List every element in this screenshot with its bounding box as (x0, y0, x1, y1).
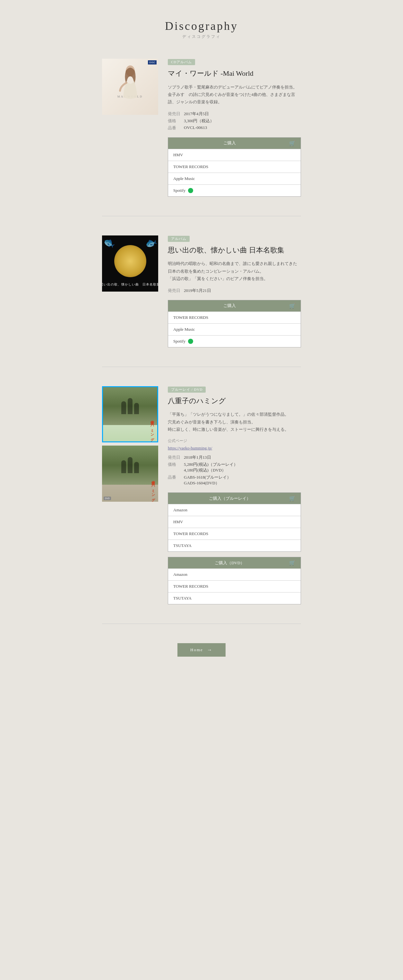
meta-label-price: 価格 (168, 118, 181, 124)
meta-label-release: 発売日 (168, 288, 181, 294)
album-badge: CDアルバム (168, 59, 195, 65)
meta-value-release: 2019年5月21日 (184, 288, 211, 294)
album-title: 思い出の歌、懐かしい曲 日本名歌集 (168, 246, 301, 255)
meta-value-release: 2018年1月13日 (184, 455, 211, 460)
nihon-cover-title: 思い出の歌、懐かしい曲 日本名歌集 (102, 282, 158, 287)
purchase-header-text: ご購入 (173, 303, 286, 309)
purchase-header-dvd: ご購入（DVD） 🛒 (168, 557, 301, 568)
meta-label-price: 価格 (168, 461, 181, 473)
purchase-link-apple-music[interactable]: Apple Music (168, 173, 301, 185)
album-cover-image-mai-world: DISC MAI WORLD (102, 59, 158, 115)
purchase-header: ご購入 🛒 (168, 300, 301, 312)
purchase-box-yaeko-dvd: ご購入（DVD） 🛒 Amazon TOWER RECORDS TSUTAYA (168, 557, 301, 605)
album-cover-image-yaeko-bd: Blu-ray 八重子のハミング (102, 386, 158, 442)
koi-fish-icon-1: 🐟 (102, 235, 118, 251)
album-description: 「平落ち」「ツレがうつになりまして。」の佐々部清監督作品。 穴見めぐみが音楽を書… (168, 410, 301, 433)
public-page-link[interactable]: https://yaeko-humming.jp/ (168, 445, 212, 450)
figures (121, 457, 139, 473)
figures (121, 398, 139, 414)
meta-value-catalog: OVCL-00613 (184, 125, 207, 131)
divider-3 (102, 624, 301, 624)
meta-label-release: 発売日 (168, 455, 181, 460)
meta-catalog: 品番 OVCL-00613 (168, 125, 301, 131)
cover-yaeko-title-dvd: 八重子のハミング (151, 479, 156, 499)
purchase-link-spotify[interactable]: Spotify (168, 335, 301, 347)
dvd-logo: DVD (104, 496, 111, 500)
album-description: 明治時代の唱歌から、昭和の名曲まで、誰にも愛され親しまれてきた日本の名歌を集めた… (168, 260, 301, 282)
purchase-link-tower-dvd[interactable]: TOWER RECORDS (168, 580, 301, 592)
purchase-box-nihon: ご購入 🛒 TOWER RECORDS Apple Music Spotify (168, 300, 301, 347)
cart-icon: 🛒 (289, 140, 296, 146)
moon-circle (114, 245, 146, 277)
purchase-link-spotify[interactable]: Spotify (168, 185, 301, 196)
album-cover-pair: Blu-ray 八重子のハミング DVD (102, 386, 158, 502)
woman-silhouette-icon (118, 65, 143, 107)
meta-release: 発売日 2017年4月5日 (168, 111, 301, 117)
page-title-ja: ディスコグラフィ (102, 34, 301, 40)
purchase-link-hmv[interactable]: HMV (168, 149, 301, 161)
meta-price: 価格 3,300円（税込） (168, 118, 301, 124)
meta-value-catalog: GABS-1618(ブルーレイ） GADS-1604(DVD） (184, 474, 231, 486)
meta-value-release: 2017年4月5日 (184, 111, 209, 117)
meta-value-price-bd: 5,280円(税込)（ブルーレイ） 4,180円(税込)（DVD） (184, 461, 238, 473)
album-cover-nihon: 🐟 🐟 思い出の歌、懐かしい曲 日本名歌集 (102, 235, 158, 291)
purchase-link-tsutaya-bd[interactable]: TSUTAYA (168, 539, 301, 551)
koi-fish-icon-2: 🐟 (143, 235, 158, 250)
purchase-link-tower[interactable]: TOWER RECORDS (168, 161, 301, 173)
album-cover-image-yaeko-dvd: DVD 八重子のハミング (102, 445, 158, 502)
album-badge: ブルーレイ / DVD (168, 387, 205, 393)
figure-icon-3 (134, 462, 139, 473)
figure-icon-3 (134, 403, 139, 414)
purchase-link-apple-music[interactable]: Apple Music (168, 323, 301, 335)
album-item-yaeko: Blu-ray 八重子のハミング DVD (102, 386, 301, 605)
home-section: Home → (102, 643, 301, 657)
meta-label-release: 発売日 (168, 111, 181, 117)
meta-release: 発売日 2018年1月13日 (168, 455, 301, 460)
purchase-link-amazon-dvd[interactable]: Amazon (168, 568, 301, 580)
public-page-label: 公式ページ (168, 438, 301, 444)
album-title: 八重子のハミング (168, 396, 301, 406)
purchase-link-tsutaya-dvd[interactable]: TSUTAYA (168, 592, 301, 604)
figure-icon-2 (128, 457, 132, 473)
album-badge: アルバム (168, 236, 190, 242)
album-info-nihon: アルバム 思い出の歌、懐かしい曲 日本名歌集 明治時代の唱歌から、昭和の名曲まで… (168, 235, 301, 347)
page-header: Discography ディスコグラフィ (102, 19, 301, 40)
home-button[interactable]: Home → (177, 643, 226, 657)
purchase-link-hmv-bd[interactable]: HMV (168, 516, 301, 528)
purchase-link-tower[interactable]: TOWER RECORDS (168, 312, 301, 323)
figure-icon-2 (128, 398, 132, 414)
arrow-right-icon: → (207, 647, 213, 653)
page-container: Discography ディスコグラフィ DISC (96, 0, 307, 682)
figure-icon-1 (121, 401, 126, 414)
album-description: ソプラノ歌手・鷲尾麻衣のデビューアルバムにてピアノ伴奏を担当。 金子みすゞの詩に… (168, 83, 301, 106)
meta-label-catalog: 品番 (168, 474, 181, 486)
album-cover-mai-world: DISC MAI WORLD (102, 59, 158, 115)
meta-value-price: 3,300円（税込） (184, 118, 214, 124)
purchase-header-bd: ご購入（ブルーレイ） 🛒 (168, 493, 301, 504)
purchase-box-yaeko-bd: ご購入（ブルーレイ） 🛒 Amazon HMV TOWER RECORDS TS… (168, 492, 301, 552)
home-button-label: Home (190, 648, 203, 652)
purchase-box-mai-world: ご購入 🛒 HMV TOWER RECORDS Apple Music Spot… (168, 137, 301, 197)
cart-icon: 🛒 (289, 303, 296, 309)
album-meta: 発売日 2017年4月5日 価格 3,300円（税込） 品番 OVCL-0061… (168, 111, 301, 131)
divider-1 (102, 216, 301, 216)
meta-release: 発売日 2019年5月21日 (168, 288, 301, 294)
cart-icon: 🛒 (289, 560, 296, 566)
album-info-yaeko: ブルーレイ / DVD 八重子のハミング 「平落ち」「ツレがうつになりまして。」… (168, 386, 301, 605)
album-cover-image-nihon: 🐟 🐟 思い出の歌、懐かしい曲 日本名歌集 (102, 235, 158, 291)
album-item-mai-world: DISC MAI WORLD CDアルバ (102, 59, 301, 197)
purchase-link-tower-bd[interactable]: TOWER RECORDS (168, 528, 301, 539)
album-meta: 発売日 2018年1月13日 価格 5,280円(税込)（ブルーレイ） 4,18… (168, 455, 301, 486)
cover-label: DISC (148, 60, 156, 64)
purchase-link-amazon-bd[interactable]: Amazon (168, 504, 301, 516)
album-item-nihon: 🐟 🐟 思い出の歌、懐かしい曲 日本名歌集 アルバム 思い出の歌、懐かしい曲 日… (102, 235, 301, 347)
cover-scene-dvd (102, 445, 158, 485)
figure-icon-1 (121, 460, 126, 473)
meta-catalog: 品番 GABS-1618(ブルーレイ） GADS-1604(DVD） (168, 474, 301, 486)
cart-icon: 🛒 (289, 495, 296, 501)
purchase-header-dvd-text: ご購入（DVD） (173, 560, 286, 566)
meta-label-catalog: 品番 (168, 125, 181, 131)
cover-scene-bd (103, 387, 157, 425)
page-title-en: Discography (102, 19, 301, 33)
divider-2 (102, 367, 301, 367)
